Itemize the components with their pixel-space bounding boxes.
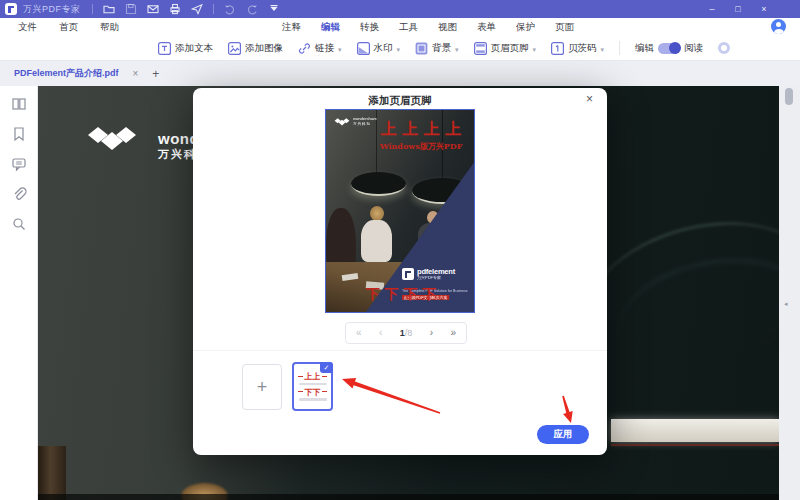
photo-frame-edge [38,446,66,500]
header-footer-button[interactable]: 页眉页脚 ▾ [474,42,537,55]
photo-light-band [611,419,779,442]
menu-tools[interactable]: 工具 [399,21,418,34]
pdfelement-logo-subtitle: 万兴PDF专家 [417,276,447,280]
divider [193,350,607,351]
total-pages: /8 [405,328,413,338]
menu-view[interactable]: 视图 [438,21,457,34]
bookmarks-icon[interactable] [11,126,27,142]
scrollbar-thumb[interactable] [785,88,793,105]
menu-protect[interactable]: 保护 [516,21,535,34]
background-button[interactable]: 背景 ▾ [415,42,459,55]
chevron-down-icon[interactable]: ▾ [533,46,537,54]
menu-ribbon-group: 注释 编辑 转换 工具 视图 表单 保护 页面 [282,21,574,34]
read-mode-label: 阅读 [684,42,703,55]
chevron-down-icon[interactable]: ▾ [397,46,401,54]
header-sample-subtext: Windows版万兴PDF [371,141,471,152]
link-label: 链接 [315,42,334,55]
footer-sample-text: 下 下 下 下 [356,286,446,304]
wondershare-logo-icon [86,124,138,158]
photo-bottom-shadow [38,494,779,500]
menu-file[interactable]: 文件 [18,21,37,34]
apply-button[interactable]: 应用 [537,425,589,444]
save-icon[interactable] [120,2,142,16]
edit-mode-group: 编辑 阅读 [635,42,703,55]
add-text-button[interactable]: 添加文本 [158,42,213,55]
app-title: 万兴PDF专家 [23,3,81,16]
add-image-label: 添加图像 [245,42,283,55]
attachments-icon[interactable] [11,186,27,202]
left-panel-sidebar [0,86,38,500]
last-page-icon[interactable]: » [450,328,456,338]
thumbnails-icon[interactable] [11,96,27,112]
edit-toolbar: 添加文本 添加图像 链接 ▾ 水印 ▾ 背景 ▾ 页眉页脚 ▾ 贝茨码 [0,36,800,61]
chevron-down-icon[interactable]: ▾ [338,46,342,54]
add-image-button[interactable]: 添加图像 [228,42,283,55]
menu-annotate[interactable]: 注释 [282,21,301,34]
app-logo-icon [5,3,17,15]
read-mode-icon[interactable] [718,42,730,54]
new-tab-icon[interactable]: + [152,67,159,81]
quick-access-caret-icon[interactable] [263,2,285,16]
minimize-button[interactable]: – [706,0,718,18]
watermark-label: 水印 [374,42,393,55]
next-page-icon[interactable]: › [430,328,433,338]
redo-icon[interactable] [241,2,263,16]
selected-check-icon: ✓ [320,362,333,373]
email-icon[interactable] [142,2,164,16]
preview-pagination: « ‹ 1/8 › » [345,322,467,344]
add-template-card[interactable]: + [242,364,282,410]
menu-edit[interactable]: 编辑 [321,21,340,34]
comments-icon[interactable] [11,156,27,172]
wondershare-logo-icon [334,117,350,127]
menu-left-group: 文件 首页 帮助 [18,21,119,34]
close-button[interactable]: × [758,0,770,18]
menu-help[interactable]: 帮助 [100,21,119,34]
watermark-icon [357,42,370,55]
open-folder-icon[interactable] [98,2,120,16]
panel-collapse-icon[interactable]: ◂ [784,300,788,308]
user-avatar[interactable] [771,19,786,34]
link-button[interactable]: 链接 ▾ [298,42,342,55]
prev-page-icon[interactable]: ‹ [379,328,382,338]
search-icon[interactable] [11,216,27,232]
person-head [370,206,384,221]
template-line [299,383,327,386]
bates-number-label: 贝茨码 [568,42,597,55]
page-preview: wondershare 万兴科技 上 上 上 上 Windows版万兴PDF p… [325,109,475,313]
edit-read-toggle[interactable] [658,43,680,54]
document-tab[interactable]: PDFelement产品介绍.pdf × [0,61,146,86]
template-header-text: 上上 [305,372,321,380]
chevron-down-icon[interactable]: ▾ [455,46,459,54]
divider [213,4,214,14]
add-text-icon [158,42,171,55]
print-icon[interactable] [164,2,186,16]
vertical-scrollbar[interactable]: ◂ [779,86,800,500]
header-footer-label: 页眉页脚 [491,42,529,55]
maximize-button[interactable]: □ [732,0,744,18]
edit-mode-label: 编辑 [635,42,654,55]
menubar: 文件 首页 帮助 注释 编辑 转换 工具 视图 表单 保护 页面 [0,18,800,36]
share-icon[interactable] [186,2,208,16]
divider [92,4,93,14]
bates-number-button[interactable]: 贝茨码 ▾ [551,42,604,55]
lamp-shape [351,172,406,196]
tab-close-icon[interactable]: × [133,68,139,79]
page-indicator: 1/8 [400,328,413,338]
undo-icon[interactable] [219,2,241,16]
add-text-label: 添加文本 [175,42,213,55]
template-header-row: 上上 [298,372,327,380]
first-page-icon[interactable]: « [356,328,362,338]
chevron-down-icon[interactable]: ▾ [601,46,605,54]
link-icon [298,42,311,55]
background-icon [415,42,428,55]
dialog-title: 添加页眉页脚 [193,94,607,108]
template-footer-row: 下下 [298,388,327,396]
header-footer-icon [474,42,487,55]
menu-form[interactable]: 表单 [477,21,496,34]
dialog-close-icon[interactable]: × [586,92,593,106]
menu-page[interactable]: 页面 [555,21,574,34]
menu-home[interactable]: 首页 [59,21,78,34]
watermark-button[interactable]: 水印 ▾ [357,42,401,55]
menu-convert[interactable]: 转换 [360,21,379,34]
selected-template-card[interactable]: ✓ 上上 下下 [292,362,333,411]
